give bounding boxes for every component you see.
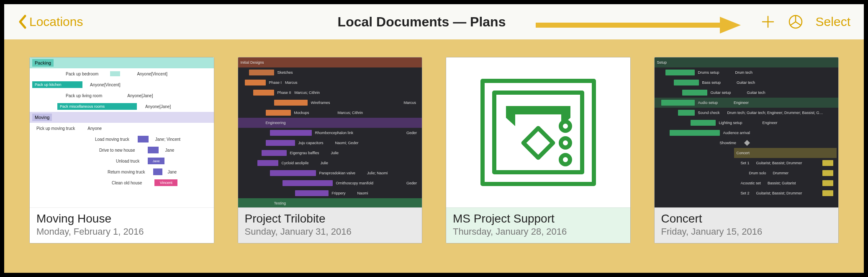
task-resource: Jane [148,158,164,164]
task-resource: Naomi; Geder [335,141,359,145]
chevron-left-icon [18,14,27,29]
document-card[interactable]: Setup Drums setupDrum tech Bass setupGui… [654,57,839,243]
svg-point-12 [561,138,570,148]
task-resource: Julie; Naomi [367,171,388,175]
card-footer: Concert Friday, January 15, 2016 [655,207,839,243]
task-resource: Marcus [285,80,298,85]
document-thumbnail: Packing Pack up bedroomAnyone[Vincent] P… [30,57,214,207]
task-resource: Engineer [763,121,778,125]
document-card[interactable]: Initial Designs Sketches Phase IMarcus P… [238,57,423,243]
svg-line-4 [796,22,801,25]
task-resource: Geder [406,131,417,135]
task-label: Eigengrau baffles [290,151,319,155]
task-resource: Engineer [734,101,749,105]
task-label: Acoustic set [741,181,761,185]
task-label: Pick up moving truck [36,126,75,131]
task-resource: Anyone[Vincent] [137,72,167,76]
card-footer: Project Trilobite Sunday, January 31, 20… [238,207,422,243]
task-label: Pack up living room [66,93,102,98]
task-resource: Geder [406,181,417,185]
page-title: Local Documents — Plans [83,14,760,30]
task-label: Sketches [277,70,293,75]
card-footer: Moving House Monday, February 1, 2016 [30,207,214,243]
task-label: Guitar setup [711,91,731,95]
task-label: Set 2 [741,191,750,195]
svg-rect-10 [523,128,553,158]
svg-rect-8 [483,81,594,184]
milestone-diamond-icon [744,140,750,146]
task-label: Juju capacitors [298,141,324,145]
task-resource: Anyone [87,126,102,131]
task-resource: Jane [167,170,177,174]
task-resource: Anyone[Jane] [145,104,171,109]
document-date: Thursday, January 28, 2016 [453,226,624,237]
task-resource: Anyone[Vincent] [90,83,121,87]
task-resource: Julie [321,161,329,165]
task-label: Clean old house [112,181,142,185]
task-resource: Bassist; Guitarist [768,181,796,185]
task-label: Audio setup [698,101,718,105]
task-resource: Anyone[Jane] [127,93,153,98]
group-label: Testing [274,201,286,205]
group-label: Packing [32,59,54,67]
svg-point-13 [561,155,570,164]
task-label: Bass setup [702,80,721,85]
task-resource: Marcus; Cithrin [338,111,363,115]
group-label: Initial Designs [241,60,264,65]
document-title: Project Trilobite [245,212,416,225]
svg-line-5 [791,22,796,25]
task-label: Cycloid aeolipile [282,161,309,165]
settings-button[interactable] [787,13,804,30]
select-button[interactable]: Select [816,15,850,29]
document-thumbnail: Setup Drums setupDrum tech Bass setupGui… [655,57,839,207]
task-label: Rhombencephalon link [315,131,354,135]
document-thumbnail [446,57,630,207]
document-card[interactable]: MS Project Support Thursday, January 28,… [446,57,631,243]
task-resource: Guitarist; Bassist; Drummer [756,161,802,165]
document-date: Friday, January 15, 2016 [661,226,832,237]
group-label: Moving [32,114,52,121]
task-label: Pack up kitchen [32,81,82,88]
document-thumbnail: Initial Designs Sketches Phase IMarcus P… [238,57,422,207]
task-resource: Guitar tech [737,80,755,85]
task-resource: Drum tech; Guitar tech; Engineer; Drumme… [727,111,824,115]
document-card[interactable]: Packing Pack up bedroomAnyone[Vincent] P… [29,57,214,243]
app-frame: Locations Local Documents — Plans Select [4,4,864,273]
task-resource: Drummer [773,171,789,175]
back-button[interactable]: Locations [18,14,83,29]
document-date: Sunday, January 31, 2016 [245,226,416,237]
task-resource: Naomi [357,191,368,195]
add-button[interactable] [760,14,776,29]
document-gallery: Packing Pack up bedroomAnyone[Vincent] P… [4,57,864,273]
task-label: Sound check [698,111,720,115]
gear-icon [787,13,804,30]
task-label: Mockups [294,111,309,115]
back-label: Locations [29,15,83,29]
group-label: Engineering [266,121,286,125]
document-title: MS Project Support [453,212,624,225]
task-label: Pack up bedroom [66,72,98,76]
task-resource: Jane [165,148,175,153]
svg-rect-14 [744,140,750,146]
task-label: Showtime [720,141,737,145]
group-label: Setup [657,60,667,65]
group-label: Concert [737,151,750,155]
task-resource: Drum tech [735,70,753,75]
task-label: Unload truck [116,159,139,163]
task-label: Lighting setup [719,121,742,125]
document-title: Moving House [36,212,207,225]
task-resource: Vincent [154,179,177,186]
task-label: Pack miscellaneous rooms [57,103,137,110]
task-label: Drums setup [698,70,719,75]
task-label: Phase I [269,80,282,85]
task-label: Set 1 [741,161,750,165]
toolbar: Locations Local Documents — Plans Select [4,4,864,39]
plus-icon [760,14,776,29]
task-label: Drum solo [749,171,766,175]
document-date: Monday, February 1, 2016 [36,226,207,237]
card-footer: MS Project Support Thursday, January 28,… [446,207,630,243]
task-resource: Marcus [403,101,416,105]
document-title: Concert [661,212,832,225]
task-label: Return moving truck [108,170,145,174]
task-label: Audience arrival [723,131,750,135]
